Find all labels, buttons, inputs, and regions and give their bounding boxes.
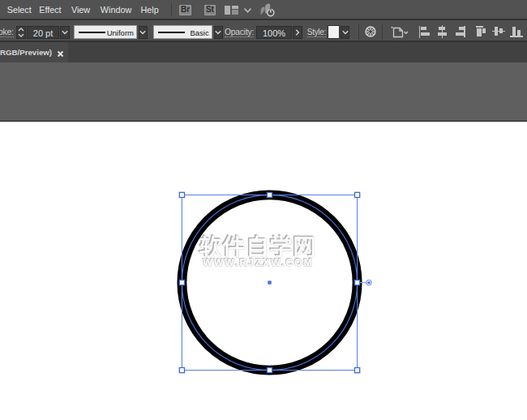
svg-text:WWW.RJZXW.COM: WWW.RJZXW.COM [203,257,313,268]
